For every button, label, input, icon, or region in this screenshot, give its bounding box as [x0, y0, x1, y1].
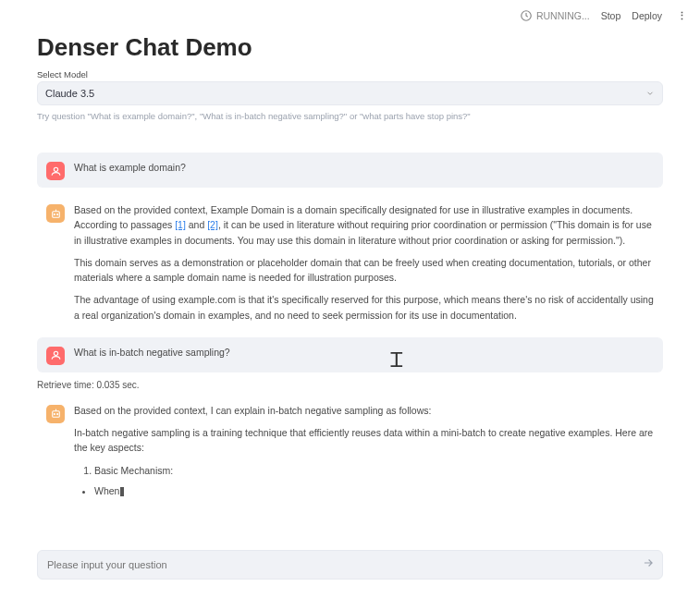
deploy-button[interactable]: Deploy — [632, 10, 662, 21]
svg-point-8 — [56, 414, 57, 415]
svg-point-5 — [54, 352, 57, 356]
answer2-bullets: When — [74, 483, 654, 498]
assistant-avatar — [46, 204, 65, 223]
citation-link-2[interactable]: [2] — [207, 219, 218, 230]
hint-text: Try question "What is example domain?", … — [37, 111, 663, 121]
answer-p3: The advantage of using example.com is th… — [74, 292, 654, 323]
citation-link-1[interactable]: [1] — [175, 219, 186, 230]
user-icon — [50, 165, 62, 177]
message-body: What is in-batch negative sampling? — [74, 345, 654, 360]
chat-area: What is example domain? Based on the pro… — [37, 153, 663, 511]
running-label: RUNNING... — [536, 10, 590, 21]
message-body: Based on the provided context, I can exp… — [74, 403, 654, 504]
svg-point-1 — [54, 167, 57, 171]
user-avatar — [46, 162, 65, 180]
chat-message-user: What is example domain? — [37, 153, 663, 188]
chat-message-assistant: Based on the provided context, I can exp… — [37, 396, 663, 511]
chat-input-wrap[interactable] — [37, 550, 663, 580]
menu-kebab-icon[interactable]: ⋮ — [673, 10, 691, 21]
message-text: What is in-batch negative sampling? — [74, 345, 654, 360]
user-icon — [50, 349, 62, 361]
svg-point-4 — [56, 214, 57, 214]
topbar: RUNNING... Stop Deploy ⋮ — [0, 0, 700, 28]
page: Denser Chat Demo Select Model Claude 3.5… — [0, 33, 700, 511]
chevron-down-icon — [645, 89, 655, 98]
retrieve-time: Retrieve time: 0.035 sec. — [37, 380, 663, 390]
list-item: Basic Mechanism: — [94, 463, 654, 478]
svg-point-3 — [54, 214, 55, 214]
assistant-avatar — [46, 405, 65, 423]
bot-icon — [50, 208, 62, 220]
send-button[interactable] — [642, 556, 655, 573]
page-title: Denser Chat Demo — [37, 33, 663, 62]
running-status: RUNNING... — [520, 9, 590, 22]
select-label: Select Model — [37, 69, 663, 79]
list-item: When — [94, 483, 654, 498]
answer2-p1: Based on the provided context, I can exp… — [74, 403, 654, 418]
chat-message-user: What is in-batch negative sampling? — [37, 337, 663, 372]
bot-icon — [50, 408, 62, 420]
running-icon — [520, 9, 533, 22]
typing-cursor-icon — [120, 487, 124, 496]
answer-p2: This domain serves as a demonstration or… — [74, 255, 654, 286]
svg-point-7 — [54, 414, 55, 415]
answer2-p2: In-batch negative sampling is a training… — [74, 425, 654, 456]
answer-p1: Based on the provided context, Example D… — [74, 202, 654, 248]
answer2-list: Basic Mechanism: — [74, 463, 654, 478]
chat-input[interactable] — [45, 558, 642, 571]
stop-button[interactable]: Stop — [601, 10, 621, 21]
model-select-value: Claude 3.5 — [45, 88, 94, 99]
chat-message-assistant: Based on the provided context, Example D… — [37, 195, 663, 330]
message-body: Based on the provided context, Example D… — [74, 202, 654, 323]
message-body: What is example domain? — [74, 160, 654, 175]
send-icon — [642, 556, 655, 569]
message-text: What is example domain? — [74, 160, 654, 175]
model-select[interactable]: Claude 3.5 — [37, 81, 663, 105]
user-avatar — [46, 347, 65, 365]
